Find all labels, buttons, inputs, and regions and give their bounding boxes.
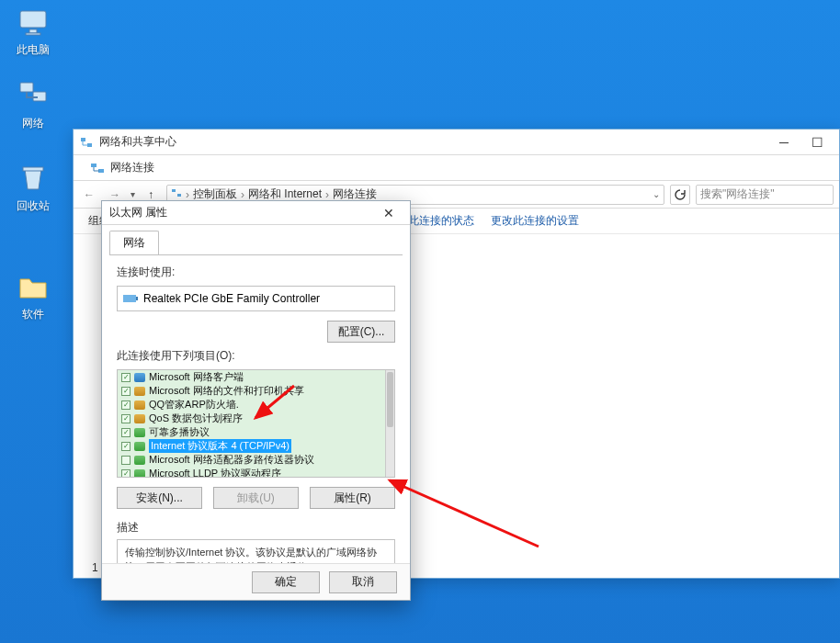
proto-icon (134, 442, 145, 451)
checkbox[interactable]: ✓ (121, 387, 131, 396)
nic-icon (123, 293, 138, 304)
adapter-field[interactable]: Realtek PCIe GbE Family Controller (117, 286, 395, 311)
toolbar-change[interactable]: 更改此连接的设置 (491, 213, 579, 229)
tab-bar: 网络 (102, 225, 410, 254)
protocol-label: Microsoft 网络的文件和打印机共享 (149, 384, 304, 398)
dialog-titlebar[interactable]: 以太网 属性 ✕ (102, 201, 410, 225)
protocol-label: Internet 协议版本 4 (TCP/IPv4) (149, 439, 291, 453)
service-icon (134, 414, 145, 423)
protocol-label: 可靠多播协议 (149, 425, 210, 439)
protocol-list-item[interactable]: ✓Internet 协议版本 4 (TCP/IPv4) (118, 439, 394, 453)
svg-rect-3 (20, 83, 33, 92)
network-icon (17, 79, 50, 112)
protocol-list-item[interactable]: ✓QQ管家ARP防火墙. (118, 398, 394, 412)
protocol-list-item[interactable]: ✓可靠多播协议 (118, 425, 394, 439)
protocol-list[interactable]: ✓Microsoft 网络客户端✓Microsoft 网络的文件和打印机共享✓Q… (117, 369, 395, 478)
search-input[interactable]: 搜索"网络连接" (696, 185, 834, 205)
svg-rect-11 (177, 194, 181, 197)
breadcrumb-dropdown[interactable]: ⌄ (653, 189, 660, 199)
svg-rect-2 (26, 33, 40, 35)
tab-network[interactable]: 网络 (109, 231, 159, 254)
connect-using-label: 连接时使用: (117, 265, 395, 280)
items-label: 此连接使用下列项目(O): (117, 348, 395, 364)
svg-rect-6 (81, 138, 85, 141)
svg-rect-12 (123, 295, 136, 302)
child-titlebar: 网络连接 (74, 155, 839, 181)
service-icon (134, 400, 145, 410)
item-count: 1 (92, 561, 98, 574)
minimize-button[interactable]: ─ (767, 131, 800, 153)
protocol-label: Microsoft 网络客户端 (149, 370, 244, 384)
desktop-icon-software[interactable]: 软件 (6, 270, 61, 322)
checkbox[interactable]: ✓ (121, 442, 131, 451)
svg-rect-0 (20, 11, 46, 28)
client-icon (134, 373, 145, 382)
checkbox[interactable]: ✓ (121, 414, 131, 423)
desktop-icon-this-pc[interactable]: 此电脑 (6, 6, 61, 58)
description-label: 描述 (117, 520, 395, 536)
desktop-icon-recycle-bin[interactable]: 回收站 (6, 162, 61, 214)
adapter-name: Realtek PCIe GbE Family Controller (143, 292, 320, 305)
desktop-icon-label: 回收站 (6, 198, 61, 214)
ok-button[interactable]: 确定 (252, 571, 320, 593)
checkbox[interactable]: ✓ (121, 428, 131, 437)
network-center-icon (79, 135, 94, 150)
this-pc-icon (17, 6, 50, 39)
desktop-icon-label: 此电脑 (6, 42, 61, 58)
list-scrollbar[interactable] (385, 370, 394, 477)
checkbox[interactable]: ✓ (121, 373, 131, 382)
window-title: 网络和共享中心 (99, 134, 767, 150)
network-connections-icon (90, 161, 105, 175)
protocol-list-item[interactable]: ✓Microsoft LLDP 协议驱动程序 (118, 467, 394, 478)
checkbox[interactable]: ✓ (121, 400, 131, 410)
dialog-ethernet-properties: 以太网 属性 ✕ 网络 连接时使用: Realtek PCIe GbE Fami… (101, 200, 411, 601)
svg-rect-1 (29, 29, 37, 33)
breadcrumb-icon (171, 187, 182, 201)
history-dropdown[interactable]: ▾ (131, 189, 135, 199)
recycle-bin-icon (17, 162, 50, 195)
configure-button[interactable]: 配置(C)... (327, 321, 395, 343)
maximize-button[interactable]: ☐ (800, 131, 834, 153)
titlebar[interactable]: 网络和共享中心 ─ ☐ (74, 130, 839, 155)
install-button[interactable]: 安装(N)... (117, 487, 202, 509)
dialog-title: 以太网 属性 (109, 205, 375, 220)
folder-icon (17, 270, 50, 303)
protocol-label: Microsoft LLDP 协议驱动程序 (149, 467, 281, 478)
refresh-button[interactable] (670, 185, 690, 205)
svg-rect-13 (136, 297, 138, 300)
protocol-label: Microsoft 网络适配器多路传送器协议 (149, 453, 314, 467)
desktop-icon-label: 网络 (6, 116, 61, 131)
svg-rect-8 (91, 164, 96, 167)
protocol-label: QQ管家ARP防火墙. (149, 398, 239, 412)
dialog-footer: 确定 取消 (102, 563, 410, 600)
protocol-list-item[interactable]: ✓QoS 数据包计划程序 (118, 412, 394, 425)
protocol-list-item[interactable]: Microsoft 网络适配器多路传送器协议 (118, 453, 394, 467)
proto-icon (134, 469, 145, 479)
protocol-list-item[interactable]: ✓Microsoft 网络的文件和打印机共享 (118, 384, 394, 398)
proto-icon (134, 456, 145, 465)
svg-rect-5 (23, 167, 43, 171)
properties-button[interactable]: 属性(R) (310, 487, 395, 509)
service-icon (134, 387, 145, 396)
proto-icon (134, 428, 145, 437)
desktop-icon-network[interactable]: 网络 (6, 79, 61, 131)
search-placeholder: 搜索"网络连接" (700, 186, 775, 202)
protocol-list-item[interactable]: ✓Microsoft 网络客户端 (118, 370, 394, 384)
back-button[interactable]: ← (79, 185, 99, 205)
cancel-button[interactable]: 取消 (329, 571, 397, 593)
checkbox[interactable] (121, 456, 131, 465)
desktop-icon-label: 软件 (6, 307, 61, 322)
protocol-label: QoS 数据包计划程序 (149, 412, 243, 425)
child-window-title: 网络连接 (110, 160, 154, 175)
uninstall-button[interactable]: 卸载(U) (213, 487, 299, 509)
svg-rect-10 (172, 189, 176, 192)
checkbox[interactable]: ✓ (121, 469, 131, 479)
close-button[interactable]: ✕ (375, 203, 403, 223)
